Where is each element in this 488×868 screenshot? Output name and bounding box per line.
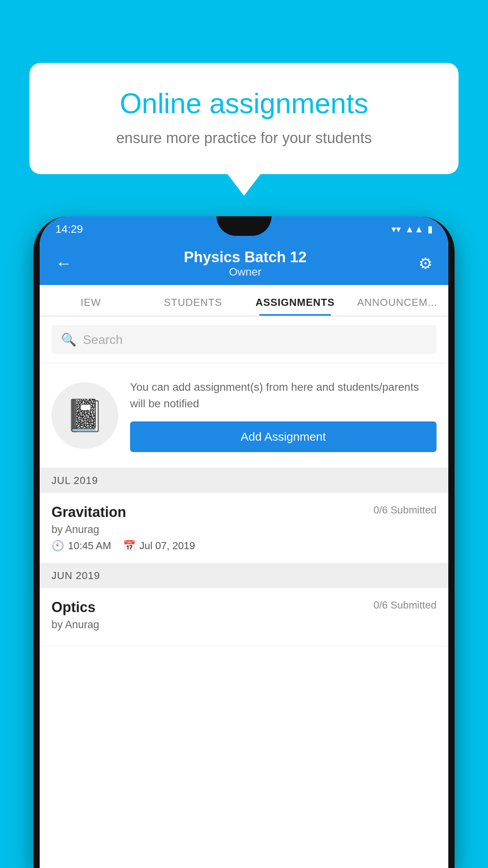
assignment-row-top-optics: Optics 0/6 Submitted [51,599,437,616]
signal-icon: ▲▲ [405,224,424,235]
assignment-date-gravitation: 📅 Jul 07, 2019 [123,540,195,552]
tabs-container: IEW STUDENTS ASSIGNMENTS ANNOUNCEM... [40,285,448,316]
tab-iew[interactable]: IEW [40,296,142,316]
search-input-wrapper[interactable]: 🔍 Search [51,325,437,354]
settings-icon[interactable]: ⚙ [418,254,433,272]
search-icon: 🔍 [61,332,77,347]
app-bar-subtitle: Owner [72,266,418,278]
assignment-icon-circle: 📓 [51,382,118,449]
phone-frame: 14:29 ▾▾ ▲▲ ▮ ← Physics Batch 12 Owner ⚙… [33,216,455,868]
app-bar-title-container: Physics Batch 12 Owner [72,249,418,278]
assignment-item-gravitation[interactable]: Gravitation 0/6 Submitted by Anurag 🕙 10… [40,493,448,563]
clock-icon: 🕙 [51,540,64,552]
assignment-meta-gravitation: 🕙 10:45 AM 📅 Jul 07, 2019 [51,540,437,552]
tab-assignments[interactable]: ASSIGNMENTS [244,296,346,316]
notebook-icon: 📓 [65,397,105,434]
section-header-jun: JUN 2019 [40,563,448,588]
speech-bubble-subtitle: ensure more practice for your students [61,130,427,147]
assignment-date-text: Jul 07, 2019 [139,540,195,552]
back-button[interactable]: ← [55,254,72,273]
app-bar-title: Physics Batch 12 [72,249,418,266]
status-time: 14:29 [55,223,83,235]
speech-bubble-arrow [227,174,261,196]
speech-bubble-container: Online assignments ensure more practice … [29,63,459,196]
assignment-title-gravitation: Gravitation [51,504,126,520]
empty-state-content: You can add assignment(s) from here and … [130,379,437,452]
section-header-jul: JUL 2019 [40,468,448,493]
assignment-by-optics: by Anurag [51,619,437,631]
assignment-time-gravitation: 🕙 10:45 AM [51,540,111,552]
empty-state-card: 📓 You can add assignment(s) from here an… [40,363,448,468]
calendar-icon: 📅 [123,540,136,552]
speech-bubble: Online assignments ensure more practice … [29,63,459,174]
assignment-by-gravitation: by Anurag [51,524,437,536]
assignment-submitted-optics: 0/6 Submitted [374,599,437,611]
add-assignment-button[interactable]: Add Assignment [130,421,437,452]
phone-screen: 14:29 ▾▾ ▲▲ ▮ ← Physics Batch 12 Owner ⚙… [40,216,448,868]
battery-icon: ▮ [427,224,433,235]
search-container: 🔍 Search [40,316,448,363]
tab-students[interactable]: STUDENTS [142,296,244,316]
empty-state-text: You can add assignment(s) from here and … [130,379,437,412]
status-icons: ▾▾ ▲▲ ▮ [391,224,433,235]
assignment-submitted-gravitation: 0/6 Submitted [374,504,437,516]
assignment-row-top: Gravitation 0/6 Submitted [51,504,437,520]
assignment-time-text: 10:45 AM [68,540,111,552]
assignment-title-optics: Optics [51,599,95,616]
tab-announcements[interactable]: ANNOUNCEM... [346,296,448,316]
app-bar: ← Physics Batch 12 Owner ⚙ [40,242,448,285]
search-input[interactable]: Search [83,333,123,347]
speech-bubble-title: Online assignments [61,86,427,120]
assignment-item-optics[interactable]: Optics 0/6 Submitted by Anurag [40,588,448,646]
wifi-icon: ▾▾ [391,224,401,235]
